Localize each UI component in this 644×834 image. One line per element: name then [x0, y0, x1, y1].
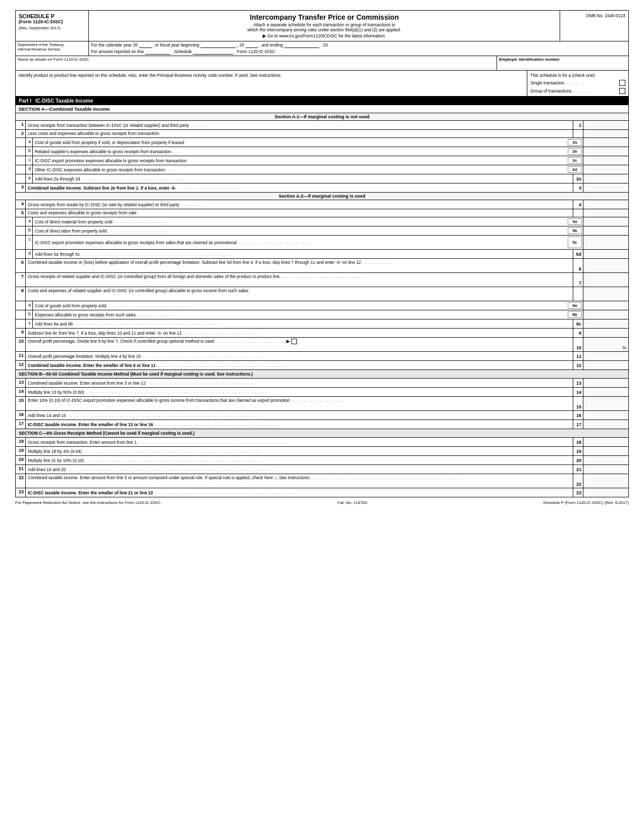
- ein-cell: Employer identification number: [497, 56, 628, 70]
- row-2a-inline-box: 2a: [568, 139, 582, 146]
- row-8c-answer[interactable]: [583, 319, 628, 328]
- row-2a-label: Cost of goods sold from property if sold…: [33, 138, 567, 147]
- row-9: 9 Subtract line 8c from line 7. If a los…: [15, 329, 629, 338]
- row-7: 7 Gross receipts of related supplier and…: [15, 273, 629, 287]
- single-checkbox[interactable]: [619, 80, 625, 86]
- row-23: 23 IC-DISC taxable income. Enter the sma…: [15, 488, 629, 497]
- row-6: 6 Combined taxable income or (loss) befo…: [15, 259, 629, 273]
- row-13: 13 Combined taxable income. Enter amount…: [15, 379, 629, 388]
- row-23-line-ref: 23: [573, 488, 583, 497]
- row-16-num: 16: [16, 411, 26, 420]
- row-5c-inline-box: 5c: [568, 237, 582, 248]
- row-16: 16 Add lines 14 and 15 . . . . . . . . .…: [15, 411, 629, 420]
- row-8a: a Cost of goods sold from property sold …: [15, 301, 629, 310]
- row-20-label: Multiply line 2c by 10% (0.10) . . . . .…: [26, 456, 573, 465]
- row-15-answer[interactable]: [583, 397, 628, 410]
- row-11-num: 11: [16, 352, 26, 360]
- group-checkbox[interactable]: [619, 88, 625, 94]
- row-8-label: Costs and expenses of related supplier a…: [26, 287, 573, 301]
- row-18-answer[interactable]: [583, 438, 628, 446]
- row-14-answer[interactable]: [583, 388, 628, 396]
- row-10: 10 Overall profit percentage. Divide lin…: [15, 338, 629, 352]
- row-5: 5 Costs and expenses allocable to gross …: [15, 209, 629, 217]
- row-3-answer[interactable]: [583, 183, 628, 192]
- name-label-cell: Name as shown on Form 1120-IC-DISC: [16, 56, 497, 70]
- row-1-label: Gross receipts from transaction between …: [26, 121, 573, 129]
- row-2a-answer[interactable]: [583, 138, 628, 147]
- row-20-answer[interactable]: [583, 456, 628, 465]
- row-14-line-ref: 14: [573, 388, 583, 396]
- row-2b: b Related supplier's expenses allocable …: [15, 147, 629, 156]
- row-6-answer[interactable]: [583, 259, 628, 272]
- row-2b-answer[interactable]: [583, 147, 628, 156]
- row-21-answer[interactable]: [583, 465, 628, 474]
- row-5-answer[interactable]: [583, 209, 628, 217]
- row-17-answer[interactable]: [583, 420, 628, 429]
- row-5d-answer[interactable]: [583, 250, 628, 258]
- row-8a-answer[interactable]: [583, 301, 628, 310]
- row-16-answer[interactable]: [583, 411, 628, 420]
- dept-fields: For the calendar year 20 , or fiscal yea…: [89, 41, 628, 56]
- row-6-num: 6: [16, 259, 26, 272]
- row-23-label: IC-DISC taxable income. Enter the smalle…: [26, 488, 573, 497]
- row-10-num: 10: [16, 338, 26, 351]
- section-a-header: SECTION A—Combined Taxable Income: [15, 105, 629, 113]
- row-5a-letter: a: [26, 217, 33, 226]
- row-4-label: Gross receipts from resale by IC-DISC (o…: [26, 200, 573, 209]
- row-4-answer[interactable]: [583, 200, 628, 209]
- row-5-label: Costs and expenses allocable to gross re…: [26, 209, 573, 217]
- row-8c: c Add lines 8a and 8b . . . . . . . . . …: [15, 319, 629, 329]
- row-15: 15 Enter 10% (0.10) of IC-DISC export pr…: [15, 397, 629, 411]
- row-2d-answer[interactable]: [583, 165, 628, 174]
- row-10-label: Overall profit percentage. Divide line 9…: [26, 338, 573, 351]
- row-22-label: Combined taxable income. Enter amount fr…: [26, 474, 573, 488]
- row-2e: e Add lines 2a through 2d . . . . . . . …: [15, 174, 629, 183]
- row-10-answer[interactable]: %: [583, 338, 628, 351]
- form-title-block: Intercompany Transfer Price or Commissio…: [89, 11, 560, 41]
- row-2d-label: Other IC-DISC expenses allocable to gros…: [33, 165, 567, 174]
- footer-center: Cat. No. 11478S: [337, 500, 367, 505]
- row-8: 8 Costs and expenses of related supplier…: [15, 287, 629, 301]
- row-21: 21 Add lines 19 and 20 . . . . . . . . .…: [15, 465, 629, 474]
- rev-date-label: (Rev. September 2017): [19, 26, 85, 30]
- row-19-answer[interactable]: [583, 447, 628, 455]
- row-4-line-ref: 4: [573, 200, 583, 209]
- row-10-checkbox[interactable]: [291, 339, 297, 344]
- row-2c-answer[interactable]: [583, 156, 628, 165]
- row-13-answer[interactable]: [583, 379, 628, 387]
- row-2-answer[interactable]: [583, 130, 628, 137]
- row-5b-answer[interactable]: [583, 226, 628, 235]
- row-5a-answer[interactable]: [583, 217, 628, 226]
- row-1-answer[interactable]: [583, 121, 628, 129]
- row-22-answer[interactable]: [583, 474, 628, 488]
- row-22-num: 22: [16, 474, 26, 488]
- row-8b-answer[interactable]: [583, 310, 628, 319]
- row-2b-label: Related supplier's expenses allocable to…: [33, 147, 567, 156]
- row-2a-letter: a: [26, 138, 33, 147]
- ein-input[interactable]: [499, 62, 626, 69]
- name-input[interactable]: [18, 62, 494, 69]
- row-15-line-ref: 15: [573, 397, 583, 410]
- row-5d-line-ref: 5d: [573, 250, 583, 258]
- row-12-answer[interactable]: [583, 361, 628, 369]
- section-b-header: SECTION B—50-50 Combined Taxable Income …: [15, 370, 629, 379]
- row-5c-answer[interactable]: [583, 236, 628, 249]
- row-3: 3 Combined taxable income. Subtract line…: [15, 183, 629, 193]
- row-15-label: Enter 10% (0.10) of IC-DISC export promo…: [26, 397, 573, 410]
- row-9-answer[interactable]: [583, 329, 628, 337]
- row-21-line-ref: 21: [573, 465, 583, 474]
- row-5a-label: Cost of direct material from property so…: [33, 217, 567, 226]
- row-22-line-ref: 22: [573, 474, 583, 488]
- row-6-label: Combined taxable income or (loss) before…: [26, 259, 573, 272]
- row-11-answer[interactable]: [583, 352, 628, 360]
- form-subtitle2: which the intercompany pricing rules und…: [94, 27, 555, 32]
- single-transaction-dots: . . . . . .: [565, 81, 617, 85]
- row-17-label: IC-DISC taxable income. Enter the smalle…: [26, 420, 573, 429]
- row-2c-label: IC-DISC export promotion expenses alloca…: [33, 156, 567, 165]
- row-7-answer[interactable]: [583, 273, 628, 287]
- row-2e-answer[interactable]: [583, 174, 628, 183]
- row-8-answer[interactable]: [583, 287, 628, 301]
- row-23-answer[interactable]: [583, 488, 628, 497]
- group-transactions-label: Group of transactions: [530, 88, 571, 94]
- row-4-num: 4: [16, 200, 26, 209]
